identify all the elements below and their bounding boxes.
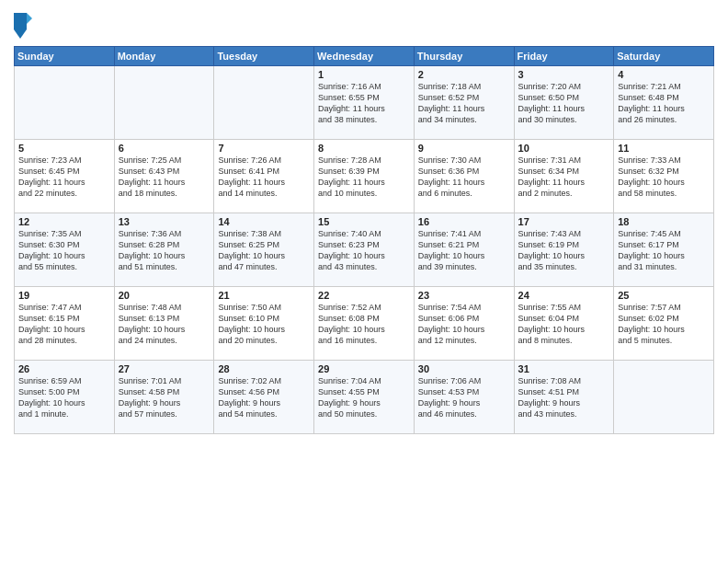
day-cell: 5Sunrise: 7:23 AMSunset: 6:45 PMDaylight… xyxy=(15,140,115,213)
day-cell: 16Sunrise: 7:41 AMSunset: 6:21 PMDayligh… xyxy=(414,213,514,287)
day-cell: 31Sunrise: 7:08 AMSunset: 4:51 PMDayligh… xyxy=(514,361,614,434)
day-info: Sunrise: 7:18 AMSunset: 6:52 PMDaylight:… xyxy=(418,81,510,126)
day-number: 9 xyxy=(418,143,510,154)
day-cell: 17Sunrise: 7:43 AMSunset: 6:19 PMDayligh… xyxy=(514,213,614,287)
day-cell xyxy=(214,66,314,140)
day-number: 4 xyxy=(618,69,710,80)
day-cell: 2Sunrise: 7:18 AMSunset: 6:52 PMDaylight… xyxy=(414,66,514,140)
day-cell: 9Sunrise: 7:30 AMSunset: 6:36 PMDaylight… xyxy=(414,140,514,213)
day-number: 30 xyxy=(418,363,510,374)
day-number: 6 xyxy=(119,143,210,154)
day-number: 5 xyxy=(18,143,110,154)
day-number: 22 xyxy=(318,290,410,301)
day-cell xyxy=(114,66,214,140)
day-number: 28 xyxy=(218,363,310,374)
calendar-page: SundayMondayTuesdayWednesdayThursdayFrid… xyxy=(0,0,728,563)
day-info: Sunrise: 7:33 AMSunset: 6:32 PMDaylight:… xyxy=(618,155,710,200)
day-number: 11 xyxy=(618,143,710,154)
day-info: Sunrise: 7:06 AMSunset: 4:53 PMDaylight:… xyxy=(418,375,510,420)
day-info: Sunrise: 7:43 AMSunset: 6:19 PMDaylight:… xyxy=(518,228,610,273)
day-cell: 24Sunrise: 7:55 AMSunset: 6:04 PMDayligh… xyxy=(514,287,614,361)
day-number: 21 xyxy=(218,290,310,301)
day-info: Sunrise: 7:38 AMSunset: 6:25 PMDaylight:… xyxy=(218,228,310,273)
day-info: Sunrise: 7:02 AMSunset: 4:56 PMDaylight:… xyxy=(218,375,310,420)
day-number: 26 xyxy=(18,363,110,374)
day-cell: 18Sunrise: 7:45 AMSunset: 6:17 PMDayligh… xyxy=(614,213,714,287)
weekday-header-tuesday: Tuesday xyxy=(214,47,314,66)
day-number: 10 xyxy=(518,143,610,154)
day-info: Sunrise: 7:57 AMSunset: 6:02 PMDaylight:… xyxy=(618,302,710,347)
day-info: Sunrise: 7:52 AMSunset: 6:08 PMDaylight:… xyxy=(318,302,410,347)
day-cell: 19Sunrise: 7:47 AMSunset: 6:15 PMDayligh… xyxy=(15,287,115,361)
day-number: 19 xyxy=(18,290,110,301)
day-cell: 25Sunrise: 7:57 AMSunset: 6:02 PMDayligh… xyxy=(614,287,714,361)
day-cell: 7Sunrise: 7:26 AMSunset: 6:41 PMDaylight… xyxy=(214,140,314,213)
day-number: 12 xyxy=(18,216,110,227)
day-info: Sunrise: 7:28 AMSunset: 6:39 PMDaylight:… xyxy=(318,155,410,200)
day-number: 1 xyxy=(318,69,410,80)
header xyxy=(14,9,714,39)
day-cell: 8Sunrise: 7:28 AMSunset: 6:39 PMDaylight… xyxy=(314,140,415,213)
day-cell: 6Sunrise: 7:25 AMSunset: 6:43 PMDaylight… xyxy=(114,140,214,213)
day-info: Sunrise: 7:01 AMSunset: 4:58 PMDaylight:… xyxy=(119,375,210,420)
weekday-header-monday: Monday xyxy=(114,47,214,66)
day-cell: 21Sunrise: 7:50 AMSunset: 6:10 PMDayligh… xyxy=(214,287,314,361)
day-cell: 14Sunrise: 7:38 AMSunset: 6:25 PMDayligh… xyxy=(214,213,314,287)
calendar-table: SundayMondayTuesdayWednesdayThursdayFrid… xyxy=(14,46,714,434)
day-number: 3 xyxy=(518,69,610,80)
week-row-3: 12Sunrise: 7:35 AMSunset: 6:30 PMDayligh… xyxy=(15,213,714,287)
week-row-4: 19Sunrise: 7:47 AMSunset: 6:15 PMDayligh… xyxy=(15,287,714,361)
day-number: 16 xyxy=(418,216,510,227)
day-cell: 20Sunrise: 7:48 AMSunset: 6:13 PMDayligh… xyxy=(114,287,214,361)
day-info: Sunrise: 7:55 AMSunset: 6:04 PMDaylight:… xyxy=(518,302,610,347)
day-cell: 12Sunrise: 7:35 AMSunset: 6:30 PMDayligh… xyxy=(15,213,115,287)
day-cell: 3Sunrise: 7:20 AMSunset: 6:50 PMDaylight… xyxy=(514,66,614,140)
day-info: Sunrise: 7:35 AMSunset: 6:30 PMDaylight:… xyxy=(18,228,110,273)
weekday-header-wednesday: Wednesday xyxy=(314,47,415,66)
day-info: Sunrise: 7:08 AMSunset: 4:51 PMDaylight:… xyxy=(518,375,610,420)
logo xyxy=(14,13,36,39)
day-number: 18 xyxy=(618,216,710,227)
day-cell: 27Sunrise: 7:01 AMSunset: 4:58 PMDayligh… xyxy=(114,361,214,434)
day-info: Sunrise: 7:41 AMSunset: 6:21 PMDaylight:… xyxy=(418,228,510,273)
day-info: Sunrise: 7:25 AMSunset: 6:43 PMDaylight:… xyxy=(119,155,210,200)
svg-marker-0 xyxy=(14,13,27,39)
logo-icon xyxy=(14,13,32,39)
day-info: Sunrise: 7:20 AMSunset: 6:50 PMDaylight:… xyxy=(518,81,610,126)
day-number: 25 xyxy=(618,290,710,301)
day-cell: 13Sunrise: 7:36 AMSunset: 6:28 PMDayligh… xyxy=(114,213,214,287)
day-info: Sunrise: 7:40 AMSunset: 6:23 PMDaylight:… xyxy=(318,228,410,273)
day-cell: 15Sunrise: 7:40 AMSunset: 6:23 PMDayligh… xyxy=(314,213,415,287)
day-number: 29 xyxy=(318,363,410,374)
svg-marker-1 xyxy=(27,13,32,24)
day-number: 20 xyxy=(119,290,210,301)
day-number: 2 xyxy=(418,69,510,80)
day-info: Sunrise: 7:45 AMSunset: 6:17 PMDaylight:… xyxy=(618,228,710,273)
week-row-5: 26Sunrise: 6:59 AMSunset: 5:00 PMDayligh… xyxy=(15,361,714,434)
day-info: Sunrise: 7:36 AMSunset: 6:28 PMDaylight:… xyxy=(119,228,210,273)
day-cell: 26Sunrise: 6:59 AMSunset: 5:00 PMDayligh… xyxy=(15,361,115,434)
day-info: Sunrise: 7:23 AMSunset: 6:45 PMDaylight:… xyxy=(18,155,110,200)
day-info: Sunrise: 7:30 AMSunset: 6:36 PMDaylight:… xyxy=(418,155,510,200)
day-cell: 10Sunrise: 7:31 AMSunset: 6:34 PMDayligh… xyxy=(514,140,614,213)
day-info: Sunrise: 7:48 AMSunset: 6:13 PMDaylight:… xyxy=(119,302,210,347)
weekday-header-row: SundayMondayTuesdayWednesdayThursdayFrid… xyxy=(15,47,714,66)
day-info: Sunrise: 7:47 AMSunset: 6:15 PMDaylight:… xyxy=(18,302,110,347)
day-cell: 28Sunrise: 7:02 AMSunset: 4:56 PMDayligh… xyxy=(214,361,314,434)
day-cell: 30Sunrise: 7:06 AMSunset: 4:53 PMDayligh… xyxy=(414,361,514,434)
weekday-header-saturday: Saturday xyxy=(614,47,714,66)
day-cell: 11Sunrise: 7:33 AMSunset: 6:32 PMDayligh… xyxy=(614,140,714,213)
day-cell xyxy=(614,361,714,434)
day-number: 27 xyxy=(119,363,210,374)
day-cell xyxy=(15,66,115,140)
day-number: 17 xyxy=(518,216,610,227)
day-cell: 1Sunrise: 7:16 AMSunset: 6:55 PMDaylight… xyxy=(314,66,415,140)
day-info: Sunrise: 6:59 AMSunset: 5:00 PMDaylight:… xyxy=(18,375,110,420)
day-number: 15 xyxy=(318,216,410,227)
day-cell: 23Sunrise: 7:54 AMSunset: 6:06 PMDayligh… xyxy=(414,287,514,361)
day-cell: 4Sunrise: 7:21 AMSunset: 6:48 PMDaylight… xyxy=(614,66,714,140)
weekday-header-friday: Friday xyxy=(514,47,614,66)
day-number: 23 xyxy=(418,290,510,301)
day-info: Sunrise: 7:54 AMSunset: 6:06 PMDaylight:… xyxy=(418,302,510,347)
day-cell: 29Sunrise: 7:04 AMSunset: 4:55 PMDayligh… xyxy=(314,361,415,434)
